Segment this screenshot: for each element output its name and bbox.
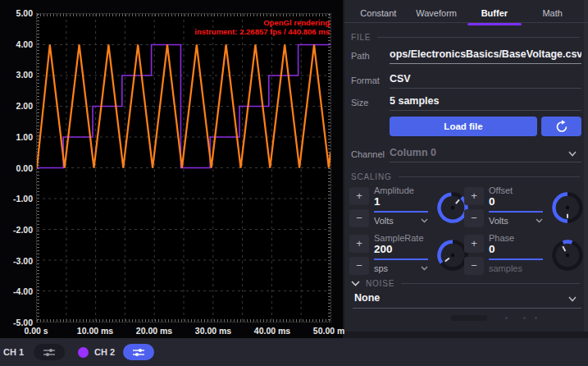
scaling-section-header: SCALING [351, 172, 580, 181]
amplitude-label: Amplitude [374, 185, 414, 195]
x-tick-label: 30.00 ms [195, 326, 231, 336]
ch1-label: CH 1 [3, 347, 24, 357]
sliders-icon [43, 348, 56, 357]
path-label: Path [351, 51, 370, 61]
path-underline [390, 63, 581, 64]
faint-partial-widget [451, 315, 487, 321]
file-section-label: FILE [351, 33, 371, 42]
amplitude-increment-button[interactable]: + [349, 187, 369, 205]
faint-dot [523, 317, 526, 319]
noise-collapse-chevron-down-icon[interactable] [351, 281, 360, 286]
load-file-button[interactable]: Load file [390, 117, 537, 136]
scaling-section-rule [399, 176, 580, 177]
panel-scrollbar[interactable] [584, 0, 588, 332]
channel-label: Channel [351, 149, 385, 159]
y-tick-label: -3.00 [2, 256, 33, 266]
amplitude-decrement-button[interactable]: − [349, 209, 369, 227]
amplitude-value-input[interactable]: 1 [374, 195, 381, 208]
tab-buffer[interactable]: Buffer [466, 3, 524, 23]
waveform-svg [37, 14, 330, 322]
ch1-settings-toggle[interactable] [34, 344, 65, 360]
y-tick-label: 3.00 [2, 70, 33, 80]
format-label: Format [351, 75, 380, 85]
phase-increment-button[interactable]: + [464, 235, 484, 253]
faint-dot [535, 317, 537, 319]
samplerate-increment-button[interactable]: + [349, 235, 369, 253]
offset-decrement-button[interactable]: − [464, 209, 484, 227]
path-input[interactable]: ops/ElectronicsBasics/BaseVoltage.csv [390, 48, 581, 60]
buffer-settings-panel: Constant Waveform Buffer Math FILE Path … [344, 0, 588, 338]
tab-math[interactable]: Math [523, 3, 581, 23]
y-tick-label: -1.00 [2, 194, 33, 204]
ch2-color-dot [78, 347, 89, 358]
phase-knob[interactable] [549, 237, 586, 273]
noise-section-rule [401, 283, 580, 284]
load-file-label: Load file [444, 121, 482, 131]
refresh-button[interactable] [541, 117, 581, 136]
tab-divider [344, 22, 588, 23]
channel-select[interactable]: Column 0 [390, 147, 581, 158]
amplitude-unit-chevron-down-icon [421, 218, 428, 223]
sliders-icon [132, 348, 145, 357]
signal-generator-window: 5.004.003.002.001.000.00-1.00-2.00-3.00-… [0, 0, 588, 366]
amplitude-underline [374, 211, 428, 213]
samplerate-value-input[interactable]: 200 [374, 243, 393, 255]
amplitude-unit-label: Volts [374, 216, 394, 226]
samplerate-decrement-button[interactable]: − [349, 257, 369, 275]
noise-chevron-down-icon[interactable] [568, 296, 577, 302]
samplerate-control: + − SampleRate 200 sps [349, 233, 474, 279]
overlay-line2: instrument: 2.26857 fps / 440.806 ms [194, 27, 330, 36]
samplerate-label: SampleRate [374, 233, 424, 243]
x-tick-label: 0.00 s [24, 326, 48, 336]
y-tick-label: -4.00 [2, 286, 33, 296]
offset-knob[interactable] [549, 190, 586, 226]
noise-section-header: NOISE [351, 279, 580, 288]
amplitude-control: + − Amplitude 1 Volts [349, 185, 474, 231]
phase-underline [489, 258, 543, 260]
offset-increment-button[interactable]: + [464, 187, 484, 205]
waveform-plot-section: 5.004.003.002.001.000.00-1.00-2.00-3.00-… [0, 0, 343, 338]
phase-decrement-button[interactable]: − [464, 257, 484, 275]
x-tick-label: 10.00 ms [77, 326, 113, 336]
tab-constant[interactable]: Constant [349, 3, 408, 23]
tab-waveform[interactable]: Waveform [408, 3, 466, 23]
ch2-label: CH 2 [94, 347, 115, 357]
channel-chevron-down-icon[interactable] [568, 151, 577, 157]
offset-unit-chevron-down-icon [536, 218, 543, 223]
format-underline [390, 88, 581, 89]
offset-unit-select[interactable]: Volts [489, 216, 543, 226]
y-tick-label: 0.00 [2, 163, 33, 173]
x-tick-label: 20.00 ms [136, 326, 172, 336]
phase-value-input[interactable]: 0 [489, 243, 495, 255]
format-input[interactable]: CSV [390, 73, 581, 85]
phase-unit-label: samples [489, 263, 522, 273]
opengl-render-overlay: OpenGl rendering instrument: 2.26857 fps… [194, 18, 330, 36]
y-tick-label: 5.00 [2, 8, 33, 18]
y-tick-label: -2.00 [2, 225, 33, 235]
noise-type-select[interactable]: None [354, 292, 380, 304]
samplerate-underline [374, 258, 428, 260]
y-tick-label: 2.00 [2, 101, 33, 111]
offset-underline [489, 211, 543, 213]
samplerate-unit-chevron-down-icon [421, 266, 428, 271]
phase-control: + − Phase 0 samples [464, 233, 588, 279]
refresh-icon [554, 119, 569, 134]
noise-section-label: NOISE [366, 279, 394, 288]
offset-control: + − Offset 0 Volts [464, 185, 588, 231]
x-tick-label: 40.00 ms [254, 326, 290, 336]
samplerate-unit-label: sps [374, 263, 388, 273]
y-tick-label: 4.00 [2, 39, 33, 49]
samplerate-unit-select[interactable]: sps [374, 263, 428, 273]
y-tick-label: 1.00 [2, 132, 33, 142]
amplitude-unit-select[interactable]: Volts [374, 216, 428, 226]
size-input[interactable]: 5 samples [390, 95, 581, 107]
phase-unit: samples [489, 263, 543, 273]
tab-bar: Constant Waveform Buffer Math [349, 3, 581, 23]
offset-label: Offset [489, 185, 513, 195]
ch2-settings-toggle[interactable] [123, 344, 154, 360]
scaling-section-label: SCALING [351, 172, 392, 181]
offset-value-input[interactable]: 0 [489, 195, 495, 208]
offset-unit-label: Volts [489, 216, 508, 226]
channel-bar: CH 1 CH 2 [0, 338, 588, 366]
phase-label: Phase [489, 233, 514, 243]
